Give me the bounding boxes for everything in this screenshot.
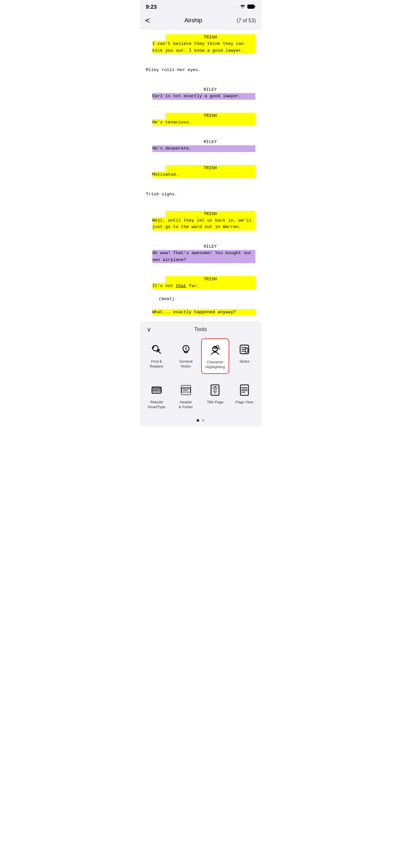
svg-rect-21 — [153, 390, 154, 392]
script-content: TRISH I can't believe they think they ca… — [140, 29, 261, 322]
dialogue-riley-3: Oh wow! That's awesome! You bought our o… — [152, 250, 255, 263]
general-notes-label: GeneralNotes — [179, 359, 192, 369]
tool-character-highlighting[interactable]: CharacterHighlighting — [201, 338, 229, 374]
dialogue-trish-5: It's not that far. — [152, 283, 255, 289]
find-replace-icon — [150, 342, 164, 356]
dialogue-trish-4: Well, until they let us back in, we'll j… — [152, 217, 255, 230]
tool-header-footer[interactable]: Header& Footer — [172, 379, 200, 413]
general-notes-icon — [179, 342, 193, 356]
tools-panel: ∨ Tools Find &Replace — [140, 322, 261, 426]
svg-point-6 — [185, 349, 186, 350]
svg-rect-23 — [157, 390, 161, 392]
tool-title-page[interactable]: Title Page — [201, 379, 229, 413]
svg-rect-17 — [153, 388, 154, 389]
tools-grid-row1: Find &Replace GeneralNotes — [140, 336, 261, 376]
svg-rect-14 — [245, 348, 248, 352]
status-time: 9:23 — [146, 4, 157, 10]
page-dot-2 — [202, 419, 204, 422]
character-highlighting-label: CharacterHighlighting — [205, 360, 225, 369]
wifi-icon — [240, 4, 245, 10]
action-1: Riley rolls her eyes. — [146, 67, 255, 73]
page-counter: (7 of 53) — [237, 18, 256, 24]
svg-rect-20 — [159, 388, 161, 389]
svg-rect-0 — [247, 5, 254, 9]
svg-rect-38 — [241, 384, 249, 395]
parenthetical-1: (beat) — [159, 296, 255, 302]
signal-icon: ··· — [233, 5, 238, 9]
svg-rect-29 — [181, 385, 190, 388]
tool-general-notes[interactable]: GeneralNotes — [172, 338, 200, 374]
header-footer-label: Header& Footer — [179, 400, 193, 409]
action-2: Trish sighs. — [146, 191, 255, 197]
title-page-label: Title Page — [207, 400, 223, 405]
dialogue-riley-2: He's desperate. — [152, 145, 255, 152]
page-dot-1 — [197, 419, 199, 422]
character-trish-4: TRISH — [165, 211, 255, 217]
status-bar: 9:23 ··· — [140, 0, 261, 13]
character-riley-3: RILEY — [165, 244, 255, 250]
tool-page-view[interactable]: Page View — [230, 379, 258, 413]
nav-bar: < Airship (7 of 53) — [140, 13, 261, 29]
dialogue-trish-1: I can't believe they think they can kick… — [152, 41, 255, 54]
tool-styles[interactable]: Styles — [230, 338, 258, 374]
svg-rect-31 — [181, 392, 190, 395]
svg-rect-37 — [214, 386, 217, 387]
page-indicator — [140, 416, 261, 426]
svg-rect-1 — [254, 6, 255, 7]
tools-label: Tools — [194, 326, 207, 333]
title-page-icon — [208, 383, 222, 397]
rebuild-smarttype-icon — [150, 383, 164, 397]
find-replace-label: Find &Replace — [150, 359, 163, 369]
svg-line-10 — [219, 348, 220, 349]
status-icons: ··· — [233, 4, 255, 10]
tool-find-replace[interactable]: Find &Replace — [143, 338, 171, 374]
back-button[interactable]: < — [145, 16, 150, 26]
styles-icon — [237, 342, 251, 356]
svg-rect-18 — [155, 388, 157, 389]
styles-label: Styles — [239, 359, 249, 364]
character-riley-2: RILEY — [165, 139, 255, 145]
character-riley-1: RILEY — [165, 87, 255, 93]
character-trish-5: TRISH — [165, 276, 255, 283]
tools-chevron-icon[interactable]: ∨ — [147, 326, 151, 333]
svg-rect-22 — [155, 390, 157, 392]
page-view-label: Page View — [236, 400, 253, 405]
nav-title: Airship — [184, 17, 202, 24]
tools-header: ∨ Tools — [140, 322, 261, 336]
character-trish-3: TRISH — [165, 165, 255, 172]
dialogue-trish-6: What... exactly happened anyway? — [152, 309, 255, 315]
dialogue-riley-1: Earl is not exactly a good lawyer. — [152, 93, 255, 99]
tools-grid-row2: RebuildSmartType Header& Footer — [140, 376, 261, 416]
battery-icon — [247, 4, 255, 10]
dialogue-trish-3: Motivated. — [152, 172, 255, 178]
tool-rebuild-smarttype[interactable]: RebuildSmartType — [143, 379, 171, 413]
page-view-icon — [237, 383, 251, 397]
header-footer-icon — [179, 383, 193, 397]
character-highlighting-icon — [208, 343, 222, 357]
svg-rect-19 — [157, 388, 159, 389]
dialogue-trish-2: He's tenacious. — [152, 119, 255, 126]
character-trish-2: TRISH — [165, 113, 255, 119]
character-trish-1: TRISH — [165, 34, 255, 41]
rebuild-smarttype-label: RebuildSmartType — [148, 400, 166, 409]
